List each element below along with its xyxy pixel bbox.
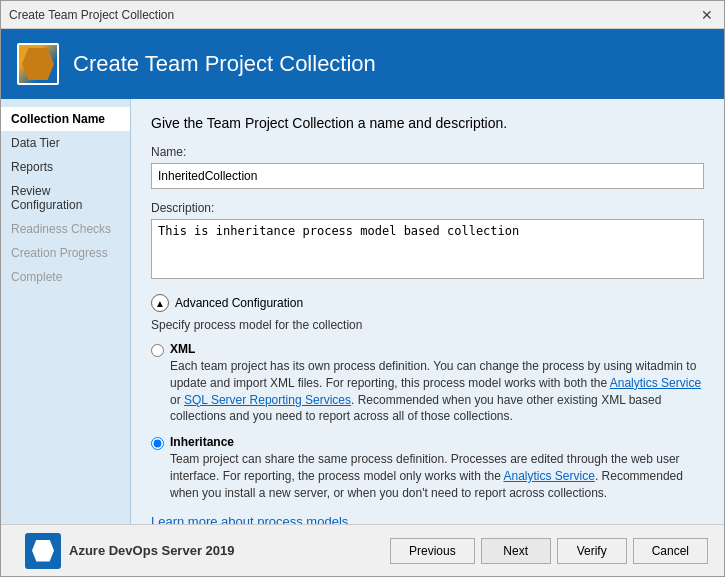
sidebar-item-collection-name[interactable]: Collection Name: [1, 107, 130, 131]
header-icon: [17, 43, 59, 85]
footer: Azure DevOps Server 2019 Previous Next V…: [1, 524, 724, 576]
analytics-service-link-xml[interactable]: Analytics Service: [610, 376, 701, 390]
collapse-icon[interactable]: ▲: [151, 294, 169, 312]
xml-radio[interactable]: [151, 344, 164, 357]
content-area: Give the Team Project Collection a name …: [131, 99, 724, 524]
header-title: Create Team Project Collection: [73, 51, 376, 77]
sidebar: Collection Name Data Tier Reports Review…: [1, 99, 131, 524]
main-area: Collection Name Data Tier Reports Review…: [1, 99, 724, 524]
footer-app-title: Azure DevOps Server 2019: [69, 543, 234, 558]
title-bar: Create Team Project Collection ✕: [1, 1, 724, 29]
header: Create Team Project Collection: [1, 29, 724, 99]
advanced-config-toggle[interactable]: ▲ Advanced Configuration: [151, 294, 704, 312]
footer-logo: [25, 533, 61, 569]
description-input[interactable]: This is inheritance process model based …: [151, 219, 704, 279]
learn-more-section: Learn more about process models: [151, 514, 704, 524]
xml-radio-group: XML Each team project has its own proces…: [151, 342, 704, 425]
sidebar-item-readiness-checks: Readiness Checks: [1, 217, 130, 241]
inheritance-label: Inheritance: [170, 435, 704, 449]
process-model-desc: Specify process model for the collection: [151, 318, 704, 332]
analytics-service-link-inheritance[interactable]: Analytics Service: [504, 469, 595, 483]
close-button[interactable]: ✕: [698, 6, 716, 24]
name-label: Name:: [151, 145, 704, 159]
footer-logo-shape: [32, 540, 54, 562]
xml-content: XML Each team project has its own proces…: [170, 342, 704, 425]
sidebar-item-data-tier[interactable]: Data Tier: [1, 131, 130, 155]
inheritance-option: Inheritance Team project can share the s…: [151, 435, 704, 501]
inheritance-radio-group: Inheritance Team project can share the s…: [151, 435, 704, 501]
xml-label: XML: [170, 342, 704, 356]
inheritance-desc: Team project can share the same process …: [170, 451, 704, 501]
inheritance-content: Inheritance Team project can share the s…: [170, 435, 704, 501]
sidebar-item-review-configuration[interactable]: Review Configuration: [1, 179, 130, 217]
verify-button[interactable]: Verify: [557, 538, 627, 564]
content-title: Give the Team Project Collection a name …: [151, 115, 704, 131]
next-button[interactable]: Next: [481, 538, 551, 564]
xml-desc: Each team project has its own process de…: [170, 358, 704, 425]
advanced-config-label: Advanced Configuration: [175, 296, 303, 310]
name-field-group: Name:: [151, 145, 704, 189]
sidebar-item-creation-progress: Creation Progress: [1, 241, 130, 265]
name-input[interactable]: [151, 163, 704, 189]
header-icon-shape: [22, 48, 54, 80]
advanced-config-section: ▲ Advanced Configuration Specify process…: [151, 294, 704, 524]
sidebar-item-reports[interactable]: Reports: [1, 155, 130, 179]
previous-button[interactable]: Previous: [390, 538, 475, 564]
window-title: Create Team Project Collection: [9, 8, 174, 22]
window: Create Team Project Collection ✕ Create …: [0, 0, 725, 577]
footer-left: Azure DevOps Server 2019: [17, 533, 384, 569]
description-label: Description:: [151, 201, 704, 215]
description-field-group: Description: This is inheritance process…: [151, 201, 704, 282]
inheritance-radio[interactable]: [151, 437, 164, 450]
xml-option: XML Each team project has its own proces…: [151, 342, 704, 425]
sql-server-reporting-link[interactable]: SQL Server Reporting Services: [184, 393, 351, 407]
sidebar-item-complete: Complete: [1, 265, 130, 289]
learn-more-link[interactable]: Learn more about process models: [151, 514, 348, 524]
cancel-button[interactable]: Cancel: [633, 538, 708, 564]
